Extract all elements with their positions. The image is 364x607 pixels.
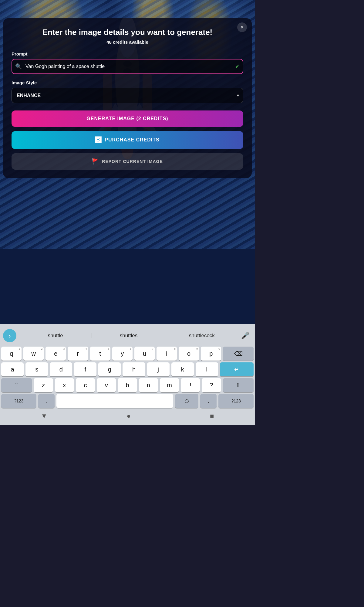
keyboard-expand-button[interactable]: › — [3, 329, 16, 342]
key-g[interactable]: g — [98, 362, 121, 376]
delete-key[interactable]: ⌫ — [223, 347, 254, 361]
key-d[interactable]: d — [50, 362, 72, 376]
key-w[interactable]: w2 — [23, 347, 44, 361]
image-style-label: Image Style — [12, 80, 243, 85]
key-b[interactable]: b — [118, 378, 137, 392]
shift-right-key[interactable]: ⇧ — [223, 378, 254, 392]
prompt-input-wrapper: 🔍 ✓ — [12, 59, 243, 74]
key-exclaim[interactable]: ! — [181, 378, 200, 392]
keyboard-row-1: q1 w2 e3 r4 t5 y6 u7 i8 o9 p0 ⌫ — [1, 347, 254, 361]
nav-bar: ▼ ● ■ — [1, 410, 254, 424]
search-icon: 🔍 — [15, 63, 22, 70]
key-x[interactable]: x — [55, 378, 74, 392]
prompt-input[interactable] — [12, 59, 243, 74]
symbols-key[interactable]: ?123 — [1, 394, 36, 408]
report-label: REPORT CURRENT IMAGE — [102, 159, 163, 164]
close-button[interactable]: × — [237, 22, 247, 32]
credits-available: 48 credits available — [12, 39, 243, 45]
key-u[interactable]: u7 — [134, 347, 155, 361]
emoji-key[interactable]: ☺ — [175, 394, 198, 408]
report-button[interactable]: 🚩 REPORT CURRENT IMAGE — [12, 153, 243, 170]
key-m[interactable]: m — [160, 378, 179, 392]
prompt-label: Prompt — [12, 51, 243, 56]
purchase-label: PURCHASE CREDITS — [105, 137, 159, 143]
key-e[interactable]: e3 — [46, 347, 66, 361]
style-select-wrapper: ENHANCE ANIME PHOTOGRAPHIC DIGITAL ART C… — [12, 88, 243, 103]
key-question[interactable]: ? — [202, 378, 221, 392]
symbols-key-right[interactable]: ?123 — [218, 394, 254, 408]
report-icon: 🚩 — [92, 158, 99, 165]
autocomplete-suggestions: shuttle shuttles shuttlecock — [19, 331, 238, 340]
key-t[interactable]: t5 — [90, 347, 110, 361]
modal: × Enter the image details you want to ge… — [3, 18, 252, 178]
suggestion-shuttle[interactable]: shuttle — [19, 331, 92, 340]
key-q[interactable]: q1 — [1, 347, 22, 361]
keyboard-row-4: ?123 , ☺ . ?123 — [1, 394, 254, 408]
enter-key[interactable]: ↵ — [220, 362, 254, 376]
period-key[interactable]: . — [200, 394, 217, 408]
key-y[interactable]: y6 — [112, 347, 133, 361]
key-o[interactable]: o9 — [179, 347, 199, 361]
shift-left-key[interactable]: ⇧ — [1, 378, 32, 392]
key-v[interactable]: v — [97, 378, 116, 392]
key-c[interactable]: c — [76, 378, 95, 392]
space-key[interactable] — [56, 394, 174, 408]
autocomplete-bar: › shuttle shuttles shuttlecock 🎤 — [1, 327, 254, 345]
style-select[interactable]: ENHANCE ANIME PHOTOGRAPHIC DIGITAL ART C… — [12, 88, 243, 103]
key-h[interactable]: h — [123, 362, 145, 376]
keyboard-row-3: ⇧ z x c v b n m ! ? ⇧ — [1, 378, 254, 392]
keyboard: › shuttle shuttles shuttlecock 🎤 q1 w2 e… — [0, 324, 255, 425]
suggestion-shuttles[interactable]: shuttles — [92, 331, 165, 340]
key-n[interactable]: n — [139, 378, 158, 392]
purchase-button[interactable]: 🅱 PURCHASE CREDITS — [12, 131, 243, 149]
keyboard-row-2: a s d f g h j k l ↵ — [1, 362, 254, 376]
checkmark-icon: ✓ — [235, 63, 240, 70]
key-f[interactable]: f — [74, 362, 96, 376]
key-k[interactable]: k — [171, 362, 194, 376]
key-r[interactable]: r4 — [68, 347, 88, 361]
nav-home-icon[interactable]: ● — [127, 412, 131, 420]
key-a[interactable]: a — [1, 362, 24, 376]
modal-title: Enter the image details you want to gene… — [12, 27, 243, 38]
key-p[interactable]: p0 — [201, 347, 221, 361]
nav-recents-icon[interactable]: ■ — [210, 412, 214, 420]
generate-button[interactable]: GENERATE IMAGE (2 CREDITS) — [12, 110, 243, 127]
key-s[interactable]: s — [25, 362, 48, 376]
key-j[interactable]: j — [147, 362, 170, 376]
microphone-button[interactable]: 🎤 — [238, 329, 252, 342]
key-z[interactable]: z — [34, 378, 53, 392]
purchase-icon: 🅱 — [95, 137, 102, 144]
comma-key[interactable]: , — [38, 394, 55, 408]
key-l[interactable]: l — [196, 362, 218, 376]
key-i[interactable]: i8 — [157, 347, 177, 361]
nav-back-icon[interactable]: ▼ — [41, 412, 48, 420]
suggestion-shuttlecock[interactable]: shuttlecock — [165, 331, 238, 340]
